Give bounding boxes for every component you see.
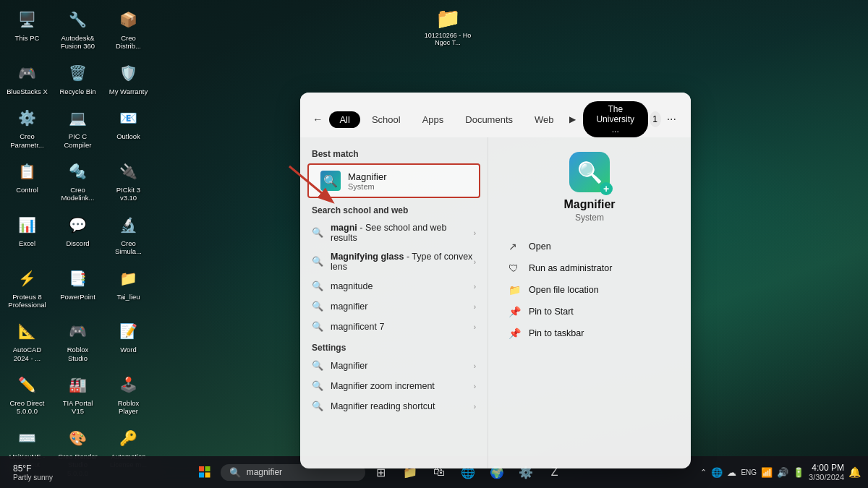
desktop: 🖥️ This PC 🔧 Autodesk& Fusion 360 📦 Creo… [0,0,868,488]
nav-back-button[interactable]: ← [310,109,325,129]
notification-bell-icon[interactable]: 🔔 [848,466,861,478]
best-match-magnifier[interactable]: 🔍 Magnifier System [307,163,480,198]
desktop-icon-my-warranty[interactable]: 🛡️ My Warranty [105,57,152,98]
taskbar-right: ⌃ 🌐 ☁ ENG 📶 🔊 🔋 4:00 PM 3/30/2024 🔔 [693,463,868,481]
search-panel: ← All School Apps Documents Web ▶ The Un… [300,93,691,468]
magnifier-sub: System [348,182,386,191]
search-item-magnificent7[interactable]: 🔍 magnificent 7 › [300,317,488,337]
action-open[interactable]: ↗ Open [500,236,679,257]
search-item-magnifying-glass[interactable]: 🔍 Magnifying glass - Type of convex lens… [300,247,488,276]
tab-apps[interactable]: Apps [412,111,454,128]
chevron-up-icon[interactable]: ⌃ [700,468,707,477]
action-pin-start-label: Pin to Start [529,307,574,317]
wifi-icon[interactable]: 📶 [761,467,773,478]
clock-time: 4:00 PM [809,463,844,473]
desktop-icon-discord[interactable]: 💬 Discord [54,209,101,259]
network-icon[interactable]: 🌐 [711,467,723,478]
settings-shortcut-icon: 🔍 [312,401,323,412]
desktop-icon-proteus[interactable]: ⚡ Proteus 8 Professional [4,262,51,312]
settings-zoom-icon: 🔍 [312,380,323,392]
taskbar-search-icon: 🔍 [229,467,241,478]
desktop-icon-bluestacks[interactable]: 🎮 BlueStacks X [4,57,51,98]
settings-header: Settings [300,337,488,356]
svg-rect-3 [205,466,210,471]
desktop-icon-roblox-player[interactable]: 🕹️ Roblox Player [105,369,152,419]
magnifier-large-icon: + [569,152,610,192]
windows-icon [199,466,210,478]
svg-rect-2 [199,466,204,471]
settings-item-zoom[interactable]: 🔍 Magnifier zoom increment › [300,376,488,396]
language-indicator[interactable]: ENG [741,468,757,476]
taskbar-left: 85°F Partly sunny [0,463,66,481]
desktop-icon-recycle-bin[interactable]: 🗑️ Recycle Bin [54,57,101,98]
action-pin-start[interactable]: 📌 Pin to Start [500,301,679,322]
tab-all[interactable]: All [329,111,359,128]
cloud-icon[interactable]: ☁ [727,467,736,478]
desktop-folder[interactable]: 📁 101210266 - Ho Ngoc T... [420,4,476,49]
search-item-magnitude[interactable]: 🔍 magnitude › [300,276,488,296]
action-location-label: Open file location [529,285,599,295]
desktop-icon-pickit3[interactable]: 🔌 PICkit 3 v3.10 [105,155,152,205]
chevron-icon-s3: › [474,403,476,411]
search-school-header: Search school and web [300,200,488,218]
magnifier-name: Magnifier [348,171,386,182]
desktop-icon-excel[interactable]: 📊 Excel [4,209,51,259]
taskbar-search-text: magnifier [247,467,282,477]
nav-tabs: ← All School Apps Documents Web ▶ The Un… [300,93,691,137]
desktop-icon-tia-portal[interactable]: 🏭 TIA Portal V15 [54,369,101,419]
svg-rect-5 [205,473,210,478]
settings-text-1: Magnifier [331,361,474,371]
battery-icon[interactable]: 🔋 [793,467,804,478]
desktop-icon-roblox-studio[interactable]: 🎮 Roblox Studio [54,315,101,365]
search-magnifier-icon-3: 🔍 [312,281,323,292]
search-item-magnifier[interactable]: 🔍 magnifier › [300,296,488,317]
nav-university-button[interactable]: The University ... [583,101,648,137]
pin-start-icon: 📌 [509,306,522,317]
desktop-icon-powerpoint[interactable]: 📑 PowerPoint [54,262,101,312]
folder-open-icon: 📁 [509,284,522,296]
desktop-icon-control[interactable]: 📋 Control [4,155,51,205]
settings-item-shortcut[interactable]: 🔍 Magnifier reading shortcut › [300,396,488,416]
nav-play-button[interactable]: ▶ [566,109,580,129]
svg-rect-4 [199,473,204,478]
chevron-icon-s1: › [474,362,476,370]
search-magnifier-icon-2: 🔍 [312,256,323,267]
desktop-icon-creo-simula[interactable]: 🔬 Creo Simula... [105,209,152,259]
tab-school[interactable]: School [362,111,411,128]
desktop-icon-tai-lieu[interactable]: 📁 Tai_lieu [105,262,152,312]
settings-item-magnifier[interactable]: 🔍 Magnifier › [300,356,488,376]
search-item-magni[interactable]: 🔍 magni - See school and web results › [300,218,488,247]
desktop-icon-outlook[interactable]: 📧 Outlook [105,102,152,152]
desktop-icon-creo-modeling[interactable]: 🔩 Creo Modelink... [54,155,101,205]
tab-web[interactable]: Web [524,111,564,128]
desktop-icon-creo-param[interactable]: ⚙️ Creo Parametr... [4,102,51,152]
nav-badge-button[interactable]: 1 [650,111,661,127]
tab-documents[interactable]: Documents [455,111,523,128]
weather-desc: Partly sunny [13,474,53,481]
action-pin-taskbar[interactable]: 📌 Pin to taskbar [500,322,679,344]
settings-text-3: Magnifier reading shortcut [331,401,474,411]
action-run-admin[interactable]: 🛡 Run as administrator [500,257,679,279]
desktop-icon-creo-direct[interactable]: ✏️ Creo Direct 5.0.0.0 [4,369,51,419]
desktop-icon-autocad[interactable]: 📐 AutoCAD 2024 - ... [4,315,51,365]
desktop-icon-autodesk[interactable]: 🔧 Autodesk& Fusion 360 [54,4,101,53]
nav-more-button[interactable]: ··· [663,111,681,127]
clock[interactable]: 4:00 PM 3/30/2024 [809,463,844,481]
search-magnifier-icon-5: 🔍 [312,321,323,333]
desktop-icon-this-pc[interactable]: 🖥️ This PC [4,4,51,53]
action-open-label: Open [529,241,551,252]
chevron-icon-s2: › [474,382,476,390]
right-app-name: Magnifier [563,198,615,211]
search-magnifier-icon-4: 🔍 [312,301,323,312]
volume-icon[interactable]: 🔊 [777,467,788,478]
pin-taskbar-icon: 📌 [509,328,522,339]
desktop-icon-pic-c[interactable]: 💻 PIC C Compiler [54,102,101,152]
best-match-header: Best match [300,145,488,162]
action-open-location[interactable]: 📁 Open file location [500,279,679,301]
search-result-text-2: Magnifying glass - Type of convex lens [331,252,474,272]
action-pin-taskbar-label: Pin to taskbar [529,328,584,338]
desktop-icon-word[interactable]: 📝 Word [105,315,152,365]
desktop-icon-creo-distrib[interactable]: 📦 Creo Distrib... [105,4,152,53]
start-button[interactable] [192,459,218,485]
weather-info: 85°F Partly sunny [7,463,59,481]
